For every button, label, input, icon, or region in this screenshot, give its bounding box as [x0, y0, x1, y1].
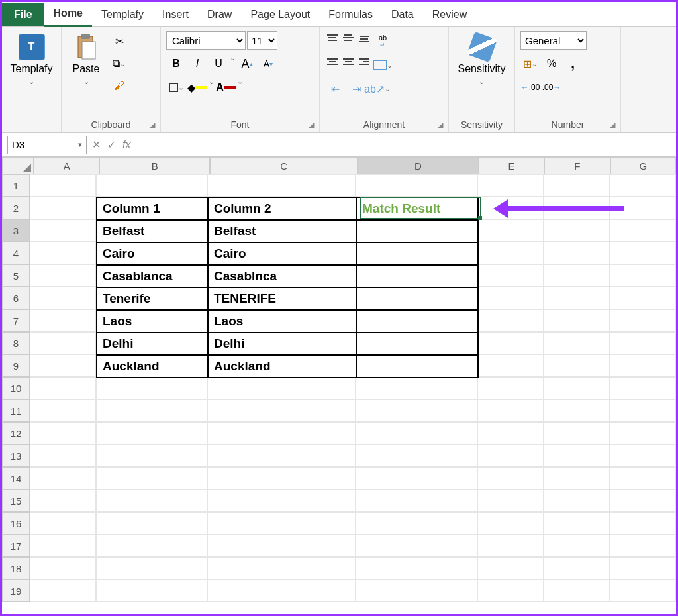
paste-button[interactable]: Paste ⌄	[67, 31, 105, 89]
cell-C11[interactable]	[207, 399, 356, 422]
decrease-font-button[interactable]: A▾	[258, 54, 278, 74]
cell-B15[interactable]	[96, 489, 207, 512]
cell-D16[interactable]	[356, 512, 477, 535]
cell-F8[interactable]	[544, 332, 610, 354]
fx-button[interactable]: fx	[122, 139, 130, 151]
cell-E15[interactable]	[477, 489, 544, 512]
cell-A19[interactable]	[30, 580, 96, 602]
table-header-c3[interactable]: Match Result	[356, 197, 478, 220]
cell-F19[interactable]	[544, 580, 610, 602]
cell-D15[interactable]	[356, 489, 477, 512]
font-name-select[interactable]: Calibri	[166, 31, 246, 50]
cell-C13[interactable]	[207, 444, 356, 467]
row-header-10[interactable]: 10	[2, 377, 30, 399]
row-header-14[interactable]: 14	[2, 467, 30, 489]
cell-G9[interactable]	[610, 354, 676, 377]
cell-F9[interactable]	[544, 354, 610, 377]
format-painter-button[interactable]: 🖌	[109, 76, 129, 96]
cell-B1[interactable]	[96, 174, 207, 197]
table-cell[interactable]	[356, 333, 478, 355]
cell-B10[interactable]	[96, 377, 207, 399]
cell-A7[interactable]	[30, 309, 96, 332]
cell-E7[interactable]	[477, 309, 544, 332]
cell-F5[interactable]	[544, 264, 610, 287]
cell-F13[interactable]	[544, 444, 610, 467]
table-cell[interactable]	[356, 310, 478, 333]
table-cell[interactable]: Cairo	[208, 242, 356, 265]
row-header-18[interactable]: 18	[2, 557, 30, 580]
cell-F6[interactable]	[544, 287, 610, 309]
cell-G11[interactable]	[610, 399, 676, 422]
cell-F10[interactable]	[544, 377, 610, 399]
row-header-7[interactable]: 7	[2, 309, 30, 332]
cell-C18[interactable]	[207, 557, 356, 580]
cell-F16[interactable]	[544, 512, 610, 535]
align-bottom-button[interactable]	[357, 31, 371, 44]
cell-F11[interactable]	[544, 399, 610, 422]
row-header-19[interactable]: 19	[2, 580, 30, 602]
dialog-launcher-icon[interactable]: ◢	[438, 121, 443, 129]
cell-C16[interactable]	[207, 512, 356, 535]
cell-D17[interactable]	[356, 535, 477, 557]
cell-C10[interactable]	[207, 377, 356, 399]
cut-button[interactable]: ✂	[109, 31, 129, 51]
cell-C12[interactable]	[207, 422, 356, 444]
orientation-button[interactable]: ab↗ ⌄	[367, 79, 387, 99]
cell-C15[interactable]	[207, 489, 356, 512]
cell-E1[interactable]	[477, 174, 544, 197]
cell-G3[interactable]	[610, 219, 676, 242]
font-size-select[interactable]: 11	[247, 31, 277, 50]
tab-formulas[interactable]: Formulas	[319, 3, 382, 26]
row-header-4[interactable]: 4	[2, 242, 30, 264]
accounting-format-button[interactable]: ⊞⌄	[520, 54, 540, 74]
row-header-8[interactable]: 8	[2, 332, 30, 354]
cell-E12[interactable]	[477, 422, 544, 444]
table-cell[interactable]: Delhi	[208, 333, 356, 355]
decrease-indent-button[interactable]: ⇤	[325, 79, 345, 99]
tab-page-layout[interactable]: Page Layout	[241, 3, 319, 26]
row-header-1[interactable]: 1	[2, 174, 30, 197]
cell-A8[interactable]	[30, 332, 96, 354]
cell-A4[interactable]	[30, 242, 96, 264]
templafy-button[interactable]: T Templafy ⌄	[13, 31, 51, 89]
cell-E6[interactable]	[477, 287, 544, 309]
wrap-text-button[interactable]: ab↵	[373, 31, 393, 51]
sensitivity-button[interactable]: Sensitivity ⌄	[463, 31, 501, 89]
increase-indent-button[interactable]: ⇥	[346, 79, 366, 99]
cell-A10[interactable]	[30, 377, 96, 399]
bold-button[interactable]: B	[166, 54, 186, 74]
table-header-c2[interactable]: Column 2	[208, 197, 356, 220]
increase-font-button[interactable]: A▴	[237, 54, 257, 74]
row-header-17[interactable]: 17	[2, 535, 30, 557]
cell-E5[interactable]	[477, 264, 544, 287]
row-header-2[interactable]: 2	[2, 197, 30, 219]
col-header-E[interactable]: E	[479, 157, 544, 174]
cell-A6[interactable]	[30, 287, 96, 309]
cell-B17[interactable]	[96, 535, 207, 557]
cell-F18[interactable]	[544, 557, 610, 580]
cell-D14[interactable]	[356, 467, 477, 489]
cells[interactable]: Column 1Column 2Match ResultBelfastBelfa…	[30, 174, 676, 602]
cell-G7[interactable]	[610, 309, 676, 332]
cell-A2[interactable]	[30, 197, 96, 219]
cell-F3[interactable]	[544, 219, 610, 242]
cell-C19[interactable]	[207, 580, 356, 602]
table-cell[interactable]: Tenerife	[97, 287, 208, 310]
tab-insert[interactable]: Insert	[153, 3, 198, 26]
percent-button[interactable]: %	[542, 54, 561, 74]
row-header-3[interactable]: 3	[2, 219, 30, 242]
tab-data[interactable]: Data	[382, 3, 423, 26]
table-cell[interactable]: Delhi	[97, 333, 208, 355]
cell-E19[interactable]	[477, 580, 544, 602]
decrease-decimal-button[interactable]: .00→	[542, 77, 561, 97]
cell-C14[interactable]	[207, 467, 356, 489]
table-cell[interactable]	[356, 220, 478, 242]
cell-A9[interactable]	[30, 354, 96, 377]
cell-E10[interactable]	[477, 377, 544, 399]
col-header-D[interactable]: D	[358, 157, 479, 174]
row-header-5[interactable]: 5	[2, 264, 30, 287]
cell-D13[interactable]	[356, 444, 477, 467]
align-left-button[interactable]	[325, 55, 340, 68]
cell-E13[interactable]	[477, 444, 544, 467]
tab-home[interactable]: Home	[44, 2, 92, 27]
